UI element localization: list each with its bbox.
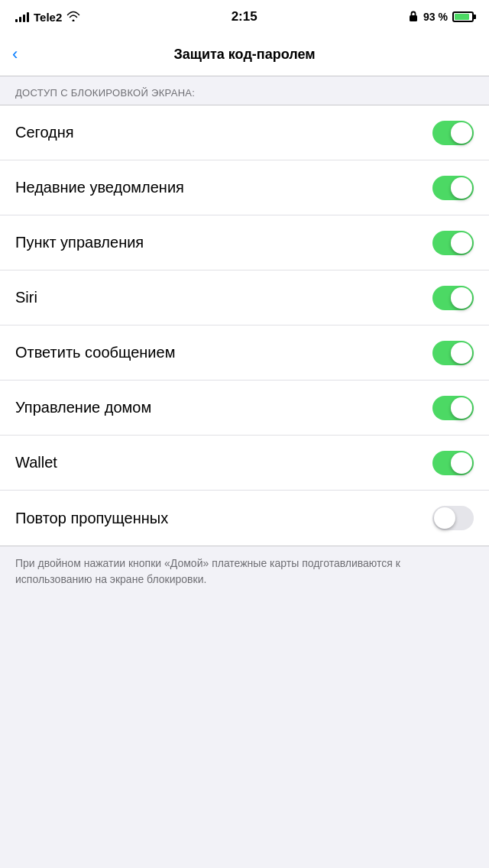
settings-row-missed-calls[interactable]: Повтор пропущенных	[0, 491, 489, 546]
back-button[interactable]: ‹	[12, 47, 18, 63]
row-label-recent-notifications: Недавние уведомления	[15, 179, 184, 196]
toggle-knob-recent-notifications	[451, 177, 472, 199]
status-time: 2:15	[232, 9, 257, 24]
toggle-wallet[interactable]	[432, 451, 474, 475]
toggle-knob-wallet	[451, 452, 472, 474]
row-label-control-center: Пункт управления	[15, 234, 144, 251]
settings-row-wallet[interactable]: Wallet	[0, 436, 489, 491]
svg-rect-0	[410, 15, 417, 21]
section-header: ДОСТУП С БЛОКИРОВКОЙ ЭКРАНА:	[0, 76, 489, 105]
status-left: Tele2	[15, 11, 80, 24]
settings-row-siri[interactable]: Siri	[0, 270, 489, 326]
row-label-home-control: Управление домом	[15, 399, 151, 416]
toggle-reply-message[interactable]	[432, 341, 474, 365]
nav-bar: ‹ Защита код-паролем	[0, 34, 489, 76]
settings-group: СегодняНедавние уведомленияПункт управле…	[0, 105, 489, 546]
settings-row-reply-message[interactable]: Ответить сообщением	[0, 326, 489, 381]
toggle-knob-control-center	[451, 232, 472, 254]
row-label-missed-calls: Повтор пропущенных	[15, 510, 168, 527]
row-label-wallet: Wallet	[15, 454, 57, 471]
row-label-siri: Siri	[15, 289, 37, 306]
settings-row-control-center[interactable]: Пункт управления	[0, 215, 489, 270]
back-chevron-icon: ‹	[12, 46, 18, 63]
status-bar: Tele2 2:15 93 %	[0, 0, 489, 34]
carrier-name: Tele2	[34, 11, 62, 24]
page-title: Защита код-паролем	[173, 47, 315, 63]
toggle-recent-notifications[interactable]	[432, 176, 474, 200]
toggle-home-control[interactable]	[432, 396, 474, 420]
toggle-knob-reply-message	[451, 342, 472, 364]
toggle-knob-siri	[451, 287, 472, 309]
battery-percent: 93 %	[423, 11, 448, 23]
toggle-control-center[interactable]	[432, 231, 474, 255]
footer-note: При двойном нажатии кнопки «Домой» плате…	[0, 546, 489, 603]
toggle-today[interactable]	[432, 121, 474, 145]
row-label-reply-message: Ответить сообщением	[15, 344, 175, 361]
toggle-knob-home-control	[451, 397, 472, 419]
toggle-knob-missed-calls	[434, 507, 455, 529]
wifi-icon	[66, 11, 80, 24]
status-right: 93 %	[408, 10, 474, 24]
settings-row-today[interactable]: Сегодня	[0, 105, 489, 160]
toggle-missed-calls[interactable]	[432, 506, 474, 530]
settings-row-recent-notifications[interactable]: Недавние уведомления	[0, 160, 489, 215]
toggle-siri[interactable]	[432, 286, 474, 310]
battery-icon	[452, 11, 474, 22]
settings-row-home-control[interactable]: Управление домом	[0, 381, 489, 436]
toggle-knob-today	[451, 122, 472, 144]
row-label-today: Сегодня	[15, 124, 74, 141]
lock-icon	[408, 10, 419, 24]
signal-icon	[15, 11, 29, 22]
